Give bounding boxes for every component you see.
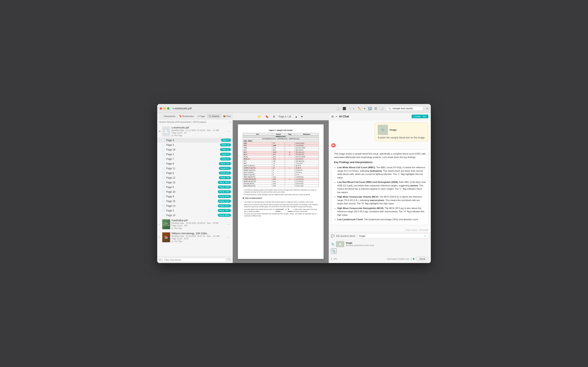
close-search-icon[interactable]: ✕ — [426, 107, 428, 110]
sort-icon[interactable]: ↕ — [229, 121, 231, 124]
expand-chevron-williams: › — [159, 236, 161, 238]
page-doc-icon: 📄 — [162, 200, 165, 202]
col-test: Test — [243, 133, 272, 135]
pdf-prev-button[interactable]: ▲ — [294, 115, 299, 119]
image-bubble-top: 📎 Image — [378, 125, 425, 135]
page-doc-icon: 📄 — [162, 158, 165, 160]
sidebar-tab-documents[interactable]: 📄 Documents — [159, 114, 177, 118]
back-icon[interactable]: ↩ — [159, 258, 161, 261]
rank-badge-page12: Rank 746 — [219, 176, 231, 179]
cost-dot-icon — [413, 258, 415, 260]
message-input[interactable] — [338, 248, 429, 254]
page-doc-icon: 📄 — [162, 172, 165, 174]
nav-forward-button[interactable]: › — [352, 106, 355, 111]
list-icon[interactable]: ☰ — [374, 107, 377, 110]
page-item-1[interactable]: 📄 Page 1 Rank 25 — [157, 152, 233, 157]
doc-more-button-williams[interactable]: ··· — [227, 235, 231, 239]
upload-icon[interactable]: ⬆ — [272, 114, 276, 119]
credits-badge: Credits : 462 — [412, 115, 428, 118]
rank-badge-page1: Rank 25 — [220, 153, 231, 156]
image-label: Image — [389, 128, 397, 131]
page-item-2[interactable]: 📄 Page 2 Rank 7877 — [157, 208, 233, 213]
bookmark-icon[interactable]: 🔖 — [264, 114, 269, 119]
attachment-info: Image Already attached to the chat. — [346, 242, 374, 247]
send-button[interactable]: Send — [416, 257, 429, 261]
image-select-dropdown[interactable]: Image ✓ — [357, 234, 429, 238]
chevron-down-icon[interactable]: ▾ — [364, 107, 365, 110]
global-search-bar[interactable]: 🔍 — [386, 106, 423, 111]
page-item-8[interactable]: 📄 Page 8 Rank 116 — [157, 161, 233, 166]
pencil-icon[interactable]: ✏️ — [358, 107, 361, 110]
table-row: MONO % (AUTO)91.0-10.0 % — [243, 169, 319, 171]
ask-question-icon: 💬 — [331, 234, 334, 238]
col-reference: Reference — [295, 133, 319, 135]
rank-badge-page5: Rank 1289 — [218, 185, 231, 189]
select-arrow-icon: ✓ — [424, 234, 426, 238]
filter-input[interactable] — [163, 258, 226, 262]
page-item-7[interactable]: 📄 Page 7 Rank 62 — [157, 157, 233, 161]
page-item-10[interactable]: 📄 Page 10 Rank 1050 — [157, 180, 233, 185]
square-icon[interactable]: ⬜ — [380, 107, 383, 110]
page-item-14[interactable]: 📄 Page 14 Rank 9854 — [157, 213, 233, 217]
plus-icon[interactable]: + — [336, 115, 337, 118]
rank-badge-page9: Rank 5444 — [218, 195, 231, 198]
doc-meta-kawthalkar: Modified Date 13.04.2024, 20:46:40 Size … — [172, 222, 225, 224]
page-item-15[interactable]: 📄 Page 15 Rank 6154 — [157, 199, 233, 203]
folder-icon[interactable]: 📁 — [257, 114, 262, 119]
page-doc-icon: 📄 — [162, 143, 165, 146]
table-group-cbc: CBC_TREAT — [243, 140, 319, 142]
page-item-12[interactable]: 📄 Page 12 Rank 746 — [157, 175, 233, 180]
help-button[interactable]: ? — [227, 258, 231, 262]
pdf-next-button[interactable]: ▼ — [299, 115, 305, 119]
table-row: MCH35.5H25.0-35.0 PG — [243, 153, 319, 156]
minimize-button[interactable] — [163, 107, 166, 110]
panel-icon[interactable]: ⬛ — [343, 107, 346, 110]
sidebar-tab-bookmarks[interactable]: 🔖 Bookmarks — [177, 114, 195, 118]
page-item-18[interactable]: 📄 Page 18 Rank 21 — [157, 147, 233, 152]
ai-input-area: 💬 Ask question about Image ✓ 📎 📄 — [329, 232, 431, 263]
page-item-6[interactable]: 📄 Page 6 Rank 625 — [157, 171, 233, 175]
table-subsection-auto: AUTOHEMATOLOGY – DIFFERENTIAL – MORPHOLO… — [243, 138, 319, 140]
page-item-13[interactable]: 📄 Page 13 Rank 6221 — [157, 203, 233, 208]
page-doc-icon: 📄 — [162, 181, 165, 184]
sidebar-tab-search[interactable]: 🔍 Search — [207, 114, 221, 118]
nav-back-button[interactable]: ‹ — [349, 106, 352, 111]
ask-question-label: Ask question about — [336, 235, 355, 237]
ai-title: AI Chat — [339, 115, 410, 118]
doc-more-button-utestresults[interactable]: ··· — [227, 130, 231, 133]
doc-group-header-utestresults[interactable]: ▼ 📄 u-testresults.pdf Modified Date 21.1… — [157, 125, 233, 138]
table-row: PLT149140-440 K/UL — [243, 160, 319, 162]
table-row: BASO % (AUTO)00-1 % — [243, 174, 319, 176]
doc-group-header-williams[interactable]: › 📚 Williams Hematology, 10th Editio... … — [157, 231, 233, 244]
doc-more-button-kawthalkar[interactable]: ··· — [227, 222, 231, 226]
share-icon[interactable]: ⬆️ — [368, 107, 372, 110]
maximize-button[interactable] — [167, 107, 169, 110]
global-search-input[interactable] — [392, 107, 421, 110]
page-item-3[interactable]: 📄 Page 3 Rank 16 — [157, 142, 233, 147]
sidebar-tab-tags[interactable]: 🏷 Tags — [196, 114, 207, 118]
doc-tag-williams: <No Tag> — [172, 240, 225, 242]
titlebar: u-testresults.pdf ⬜ ⬛ ‹ › ✏️ ▾ ⬆️ ☰ ⬜ 🔍 … — [157, 104, 431, 113]
sidebar-toggle-icon[interactable]: ⬜ — [336, 107, 340, 110]
info-button[interactable]: Info — [334, 258, 337, 260]
attach-button[interactable]: 📎 — [331, 248, 337, 254]
table-row: HCT36.236.0-48.0 % — [243, 149, 319, 151]
page-item-5[interactable]: 📄 Page 5 Rank 1289 — [157, 185, 233, 189]
finding-5: Low Lymphocyte Count: The lymphocyte per… — [337, 218, 426, 221]
page-item-11[interactable]: 📄 Page 11 Rank 611 — [157, 166, 233, 171]
sidebar-tab-pool[interactable]: 📦 Pool — [221, 114, 233, 118]
page-item-9[interactable]: 📄 Page 9 Rank 5444 — [157, 194, 233, 199]
page-item-4[interactable]: 📄 Page 4 Rank 1 — [157, 138, 233, 142]
doc-name-kawthalkar: Kawthalkar.pdf — [172, 219, 225, 222]
page-item-16[interactable]: 📄 Page 16 Rank 1296 — [157, 189, 233, 194]
units-note-1: Lab results can vary depending on whethe… — [243, 201, 319, 203]
cost-label: Estimated Credit Cost : 1 — [387, 258, 412, 260]
close-button[interactable] — [160, 107, 162, 110]
grid-icon[interactable]: ⊞ — [331, 115, 334, 118]
rank-badge-page13: Rank 6221 — [218, 204, 231, 207]
units-note-3: Some lab reports may indicate that you h… — [243, 208, 319, 212]
titlebar-icons: ⬜ ⬛ ‹ › ✏️ ▾ ⬆️ ☰ ⬜ 🔍 ✕ — [336, 106, 428, 111]
attachment-name: Image — [346, 242, 374, 244]
finding-3: High Mean Corpuscular Volume (MCV): The … — [337, 195, 426, 205]
doc-group-header-kawthalkar[interactable]: › ClinicalPathology Kawthalkar.pdf Modif… — [157, 218, 233, 231]
